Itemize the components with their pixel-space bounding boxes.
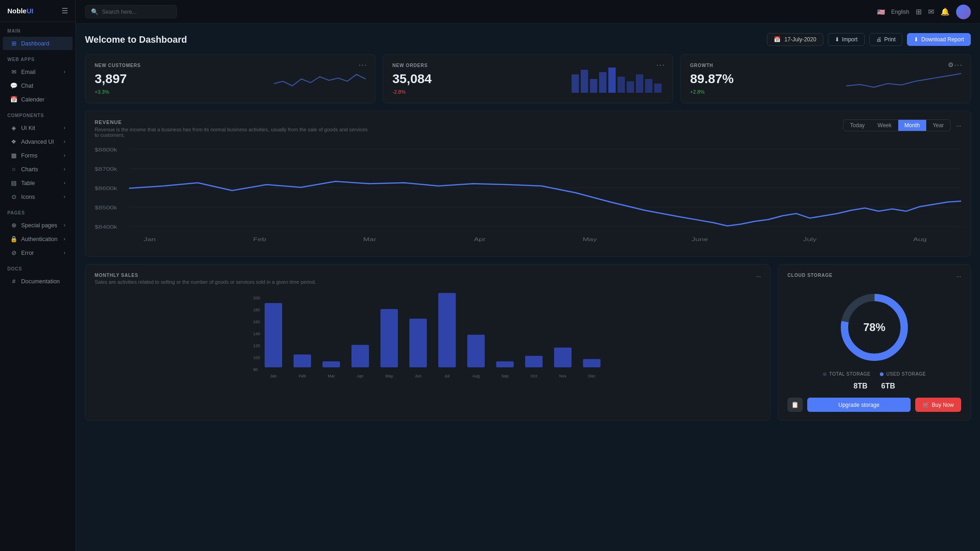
- orders-barchart: [572, 65, 663, 93]
- search-box[interactable]: 🔍 Search here...: [85, 5, 177, 18]
- sidebar-item-authentication[interactable]: 🔒 Authentication ›: [3, 232, 73, 246]
- chevron-icon: ›: [64, 223, 65, 228]
- svg-text:Mar: Mar: [328, 374, 335, 378]
- sidebar-item-documentation[interactable]: # Documentation: [3, 275, 73, 288]
- email-icon: ✉: [10, 68, 17, 75]
- language-flag: 🇺🇸: [877, 8, 885, 16]
- total-storage-value: 8TB: [854, 382, 867, 390]
- svg-rect-4: [608, 67, 616, 93]
- cloud-storage-title: CLOUD STORAGE: [787, 273, 833, 278]
- date-picker[interactable]: 📅 17-July-2020: [767, 33, 823, 46]
- stat-card-orders: NEW ORDERS 35,084 -2.8% ···: [383, 54, 673, 103]
- print-button[interactable]: 🖨 Print: [869, 33, 903, 46]
- svg-rect-3: [599, 72, 606, 93]
- svg-text:June: June: [691, 236, 708, 242]
- import-button[interactable]: ⬇ Import: [828, 33, 865, 46]
- svg-text:180: 180: [253, 308, 260, 312]
- monthly-sales-header: MONTHLY SALES Sales are activities relat…: [95, 273, 761, 285]
- sidebar-item-email[interactable]: ✉ Email ›: [3, 65, 73, 79]
- svg-text:200: 200: [253, 296, 260, 300]
- sidebar-item-charts[interactable]: ○ Charts ›: [3, 163, 73, 176]
- sidebar-item-label: Error: [21, 250, 34, 256]
- svg-text:Nov: Nov: [559, 374, 567, 378]
- svg-text:May: May: [385, 374, 393, 378]
- chevron-icon: ›: [64, 236, 65, 242]
- search-icon: 🔍: [91, 8, 98, 15]
- docs-icon: #: [10, 278, 17, 285]
- section-label-docs: DOCS: [0, 260, 75, 274]
- section-label-components: COMPONENTS: [0, 107, 75, 121]
- tab-week[interactable]: Week: [871, 120, 898, 131]
- chevron-icon: ›: [64, 180, 65, 186]
- sidebar-item-label: Documentation: [21, 278, 60, 285]
- sidebar-item-advanced-ui[interactable]: ❖ Advanced UI ›: [3, 135, 73, 148]
- mail-icon[interactable]: ✉: [928, 7, 934, 16]
- header-actions: 📅 17-July-2020 ⬇ Import 🖨 Print ⬇ Downlo…: [767, 33, 971, 46]
- storage-settings-button[interactable]: 📋: [787, 398, 803, 412]
- revenue-title: REVENUE: [95, 119, 370, 125]
- sidebar-item-calendar[interactable]: 📅 Calender: [3, 93, 73, 106]
- svg-text:80: 80: [253, 367, 258, 372]
- stat-card-customers: NEW CUSTOMERS 3,897 +3.3% ···: [85, 54, 375, 103]
- sidebar-item-table[interactable]: ▤ Table ›: [3, 176, 73, 190]
- chat-icon: 💬: [10, 82, 17, 89]
- svg-text:Oct: Oct: [531, 374, 538, 378]
- svg-text:Sep: Sep: [501, 374, 509, 378]
- sidebar-item-uikit[interactable]: ◈ UI Kit ›: [3, 121, 73, 135]
- svg-text:160: 160: [253, 320, 260, 324]
- tab-today[interactable]: Today: [844, 120, 871, 131]
- svg-text:$8400k: $8400k: [95, 225, 118, 230]
- apps-icon[interactable]: ⊞: [916, 7, 922, 16]
- used-dot: [880, 372, 884, 376]
- sidebar-item-label: Calender: [21, 96, 45, 103]
- sidebar-item-error[interactable]: ⊘ Error ›: [3, 246, 73, 259]
- chevron-icon: ›: [64, 167, 65, 172]
- svg-rect-38: [351, 345, 369, 367]
- special-pages-icon: ⊕: [10, 222, 17, 229]
- page-header: Welcome to Dashboard 📅 17-July-2020 ⬇ Im…: [85, 33, 971, 46]
- sidebar-item-special-pages[interactable]: ⊕ Special pages ›: [3, 219, 73, 232]
- donut-percent: 78%: [863, 321, 885, 334]
- revenue-chart: $8800k $8700k $8600k $8500k $8400k Jan: [95, 142, 961, 248]
- more-options-revenue[interactable]: ···: [956, 122, 961, 129]
- svg-text:Aug: Aug: [913, 236, 927, 242]
- sidebar-item-label: Icons: [21, 194, 35, 200]
- svg-rect-36: [294, 354, 311, 367]
- sidebar-item-label: Forms: [21, 152, 37, 159]
- sidebar-section-components: COMPONENTS ◈ UI Kit › ❖ Advanced UI › ▦ …: [0, 107, 75, 204]
- svg-rect-7: [636, 74, 643, 93]
- tab-month[interactable]: Month: [898, 120, 926, 131]
- chevron-icon: ›: [64, 153, 65, 158]
- tab-year[interactable]: Year: [926, 120, 950, 131]
- revenue-desc: Revenue is the income that a business ha…: [95, 127, 370, 138]
- logo-text: NobleUI: [7, 7, 34, 15]
- buy-now-button[interactable]: 🛒 Buy Now: [915, 398, 961, 412]
- revenue-header: REVENUE Revenue is the income that a bus…: [95, 119, 961, 138]
- sidebar-item-chat[interactable]: 💬 Chat: [3, 79, 73, 92]
- revenue-info: REVENUE Revenue is the income that a bus…: [95, 119, 370, 138]
- error-icon: ⊘: [10, 249, 17, 256]
- download-report-button[interactable]: ⬇ Download Report: [907, 33, 971, 46]
- svg-rect-41: [438, 293, 456, 367]
- svg-text:May: May: [583, 236, 597, 242]
- more-options-monthly[interactable]: ···: [756, 273, 761, 280]
- used-storage-label: USED STORAGE: [886, 371, 926, 377]
- upgrade-storage-button[interactable]: Upgrade storage: [807, 398, 911, 412]
- sidebar-item-forms[interactable]: ▦ Forms ›: [3, 149, 73, 162]
- sidebar-item-icons[interactable]: ⊙ Icons ›: [3, 190, 73, 203]
- date-value: 17-July-2020: [784, 36, 816, 43]
- more-options-cloud[interactable]: ···: [956, 273, 961, 280]
- bell-icon[interactable]: 🔔: [940, 7, 950, 16]
- total-dot: [823, 372, 827, 376]
- svg-text:Jul: Jul: [444, 374, 450, 378]
- avatar[interactable]: [956, 5, 971, 19]
- svg-rect-46: [583, 359, 600, 367]
- svg-text:July: July: [803, 236, 816, 242]
- svg-text:$8800k: $8800k: [95, 147, 118, 153]
- svg-rect-6: [627, 81, 634, 93]
- sidebar-item-dashboard[interactable]: ⊞ Dashboard: [3, 37, 73, 50]
- customers-sparkline: [274, 65, 366, 93]
- svg-text:Jan: Jan: [270, 374, 277, 378]
- hamburger-icon[interactable]: ☰: [62, 6, 68, 15]
- svg-rect-45: [554, 348, 572, 367]
